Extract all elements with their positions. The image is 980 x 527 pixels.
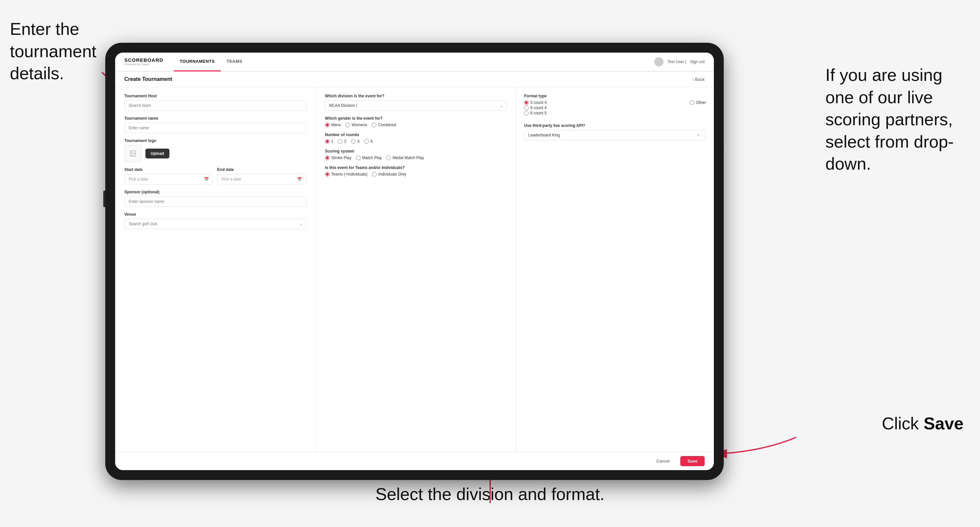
rounds-1[interactable]: 1	[325, 139, 334, 144]
scoring-match-radio[interactable]	[356, 156, 361, 160]
scoring-medal-radio[interactable]	[386, 156, 391, 160]
format-6count4-label: 6 count 4	[530, 106, 546, 110]
api-group: Use third-party live scoring API? Leader…	[524, 123, 706, 140]
rounds-group: Number of rounds 1 2	[325, 132, 507, 144]
rounds-2-label: 2	[344, 139, 347, 144]
division-select-wrapper: NCAA Division I	[325, 100, 507, 111]
scoring-match[interactable]: Match Play	[356, 156, 382, 160]
gender-combined-radio[interactable]	[372, 123, 376, 127]
gender-combined[interactable]: Combined	[372, 123, 396, 127]
back-link[interactable]: Back	[692, 77, 705, 82]
start-date-input[interactable]: Pick a date 📅	[124, 174, 213, 184]
sponsor-group: Sponsor (optional)	[124, 190, 306, 207]
format-row: 5 count 4 6 count 4 6 count 5	[524, 100, 706, 115]
scoring-stroke-radio[interactable]	[325, 156, 329, 160]
start-date-label: Start date	[124, 167, 213, 172]
api-select-controls: × :	[697, 133, 702, 137]
format-5count4-label: 5 count 4	[530, 100, 546, 105]
gender-group: Which gender is the event for? Mens Wome…	[325, 116, 507, 127]
scoring-medal[interactable]: Medal Match Play	[386, 156, 424, 160]
brand: SCOREBOARD Powered by Clippit	[124, 57, 163, 66]
format-other-radio[interactable]	[690, 100, 694, 105]
rounds-label: Number of rounds	[325, 132, 507, 137]
upload-button[interactable]: Upload	[145, 149, 169, 159]
user-avatar	[654, 57, 663, 67]
rounds-3[interactable]: 3	[351, 139, 360, 144]
venue-label: Venue	[124, 212, 306, 217]
sponsor-input[interactable]	[124, 196, 306, 207]
calendar-icon-end: 📅	[297, 177, 302, 181]
event-teams[interactable]: Teams (+Individuals)	[325, 172, 368, 176]
event-individuals-label: Individuals Only	[378, 172, 406, 176]
division-select[interactable]: NCAA Division I	[325, 100, 507, 111]
gender-radio-group: Mens Womens Combined	[325, 123, 507, 127]
tournament-name-group: Tournament name	[124, 116, 306, 133]
scoring-radio-group: Stroke Play Match Play Medal Match Play	[325, 156, 507, 160]
gender-womens-label: Womens	[352, 123, 367, 127]
event-teams-radio[interactable]	[325, 172, 329, 176]
format-5count4-radio[interactable]	[524, 100, 529, 105]
scoring-label: Scoring system	[325, 149, 507, 154]
start-date-group: Start date Pick a date 📅	[124, 167, 213, 184]
scoring-group: Scoring system Stroke Play Match Play	[325, 149, 507, 160]
format-other[interactable]: Other	[690, 100, 706, 105]
gender-mens-radio[interactable]	[325, 123, 329, 127]
rounds-2-radio[interactable]	[338, 139, 342, 144]
end-date-placeholder: Pick a date	[221, 177, 241, 181]
sign-out[interactable]: Sign out	[690, 59, 705, 64]
rounds-4-radio[interactable]	[364, 139, 369, 144]
cancel-button[interactable]: Cancel	[650, 456, 676, 466]
format-6count4-radio[interactable]	[524, 106, 529, 110]
rounds-3-label: 3	[357, 139, 360, 144]
tournament-name-label: Tournament name	[124, 116, 306, 121]
nav-tournaments[interactable]: TOURNAMENTS	[174, 52, 220, 71]
tournament-name-input[interactable]	[124, 123, 306, 133]
date-group: Start date Pick a date 📅 End date Pick a…	[124, 167, 306, 184]
tablet: SCOREBOARD Powered by Clippit TOURNAMENT…	[105, 43, 724, 480]
gender-womens-radio[interactable]	[345, 123, 350, 127]
end-date-input[interactable]: Pick a date 📅	[217, 174, 306, 184]
save-button[interactable]: Save	[680, 456, 705, 466]
nav-teams[interactable]: TEAMS	[221, 52, 248, 71]
api-clear-btn[interactable]: ×	[697, 133, 699, 137]
rounds-1-radio[interactable]	[325, 139, 329, 144]
format-6count5-radio[interactable]	[524, 111, 529, 115]
rounds-radio-group: 1 2 3 4	[325, 139, 507, 144]
event-individuals-radio[interactable]	[372, 172, 377, 176]
api-select-field[interactable]: Leaderboard King × :	[524, 130, 706, 140]
click-save-bold: Save	[924, 414, 964, 433]
user-info: Test User |	[668, 59, 686, 64]
click-save-prefix: Click	[881, 414, 923, 433]
venue-select-wrapper	[124, 219, 306, 229]
gender-combined-label: Combined	[378, 123, 396, 127]
format-6count5[interactable]: 6 count 5	[524, 111, 546, 115]
form-footer: Cancel Save	[115, 452, 714, 470]
tournament-logo-label: Tournament logo	[124, 138, 306, 143]
scoring-stroke[interactable]: Stroke Play	[325, 156, 352, 160]
logo-area: Upload	[124, 145, 306, 162]
form-card: Create Tournament Back Tournament Host T…	[115, 71, 714, 470]
date-row: Start date Pick a date 📅 End date Pick a…	[124, 167, 306, 184]
scoring-match-label: Match Play	[362, 156, 382, 160]
format-6count4[interactable]: 6 count 4	[524, 106, 546, 110]
end-date-label: End date	[217, 167, 306, 172]
gender-mens[interactable]: Mens	[325, 123, 341, 127]
brand-sub: Powered by Clippit	[124, 63, 163, 66]
form-col-middle: Which division is the event for? NCAA Di…	[316, 87, 517, 452]
venue-input[interactable]	[124, 219, 306, 229]
event-individuals[interactable]: Individuals Only	[372, 172, 406, 176]
gender-womens[interactable]: Womens	[345, 123, 367, 127]
format-5count4[interactable]: 5 count 4	[524, 100, 546, 105]
form-col-left: Tournament Host Tournament name Tourname…	[115, 87, 316, 452]
rounds-3-radio[interactable]	[351, 139, 356, 144]
tournament-host-input[interactable]	[124, 100, 306, 111]
venue-group: Venue	[124, 212, 306, 229]
rounds-2[interactable]: 2	[338, 139, 347, 144]
rounds-4[interactable]: 4	[364, 139, 373, 144]
tournament-logo-group: Tournament logo Upload	[124, 138, 306, 162]
annotation-top-right: If you are using one of our live scoring…	[826, 64, 964, 175]
api-label: Use third-party live scoring API?	[524, 123, 706, 128]
svg-point-6	[131, 152, 132, 153]
logo-placeholder	[124, 145, 142, 162]
rounds-1-label: 1	[331, 139, 334, 144]
